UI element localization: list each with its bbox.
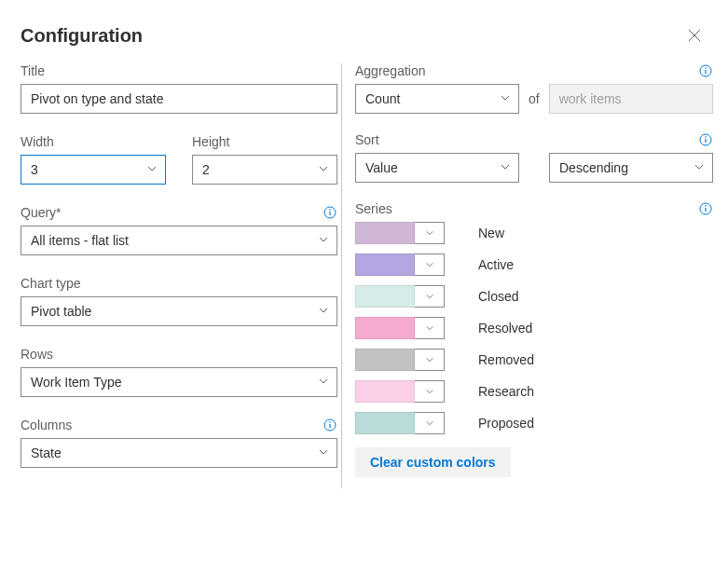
series-color-dropdown[interactable] xyxy=(415,222,445,244)
info-icon[interactable] xyxy=(698,201,713,216)
height-label: Height xyxy=(192,134,229,149)
chevron-down-icon xyxy=(318,162,329,177)
aggregation-dropdown[interactable]: Count xyxy=(355,84,519,114)
rows-label: Rows xyxy=(21,347,53,362)
series-color-swatch xyxy=(355,380,415,403)
chevron-down-icon xyxy=(318,445,329,460)
series-color-dropdown[interactable] xyxy=(415,412,445,434)
close-button[interactable] xyxy=(681,22,707,48)
chevron-down-icon xyxy=(500,160,511,175)
width-dropdown[interactable]: 3 xyxy=(21,155,166,185)
series-row: Research xyxy=(355,380,713,403)
chart-type-dropdown[interactable]: Pivot table xyxy=(21,296,337,326)
svg-point-6 xyxy=(329,421,331,423)
series-color-dropdown[interactable] xyxy=(415,254,445,276)
series-item-label: Resolved xyxy=(478,321,532,336)
svg-point-12 xyxy=(705,136,707,138)
series-item-label: Active xyxy=(478,257,514,272)
aggregation-of-label: of xyxy=(529,91,540,106)
series-item-label: Proposed xyxy=(478,416,534,431)
series-color-dropdown[interactable] xyxy=(415,317,445,339)
height-dropdown[interactable]: 2 xyxy=(192,155,337,185)
series-color-swatch xyxy=(355,254,415,276)
series-color-swatch xyxy=(355,349,415,371)
sort-label: Sort xyxy=(355,132,379,147)
dialog-header: Configuration xyxy=(0,0,728,63)
series-color-dropdown[interactable] xyxy=(415,349,445,371)
rows-value: Work Item Type xyxy=(31,375,122,390)
left-panel: Title Width 3 Height 2 xyxy=(21,63,337,488)
series-row: Resolved xyxy=(355,317,713,339)
right-panel: Aggregation Count of work items Sort xyxy=(341,63,713,488)
info-icon[interactable] xyxy=(323,418,337,432)
chart-type-label: Chart type xyxy=(21,276,81,291)
aggregation-label: Aggregation xyxy=(355,63,426,78)
width-value: 3 xyxy=(31,162,38,177)
aggregation-target-value: work items xyxy=(559,91,622,106)
query-label: Query* xyxy=(21,205,62,220)
series-color-swatch xyxy=(355,285,415,308)
chevron-down-icon xyxy=(425,292,434,301)
height-value: 2 xyxy=(202,162,210,177)
chevron-down-icon xyxy=(425,387,434,396)
series-row: Proposed xyxy=(355,412,713,434)
sort-by-dropdown[interactable]: Value xyxy=(355,153,519,183)
series-item-label: Research xyxy=(478,384,534,399)
chevron-down-icon xyxy=(425,418,434,428)
chevron-down-icon xyxy=(146,162,158,177)
sort-by-value: Value xyxy=(365,160,398,175)
series-row: New xyxy=(355,222,713,244)
columns-dropdown[interactable]: State xyxy=(21,438,337,468)
dialog-title: Configuration xyxy=(21,25,143,47)
series-row: Closed xyxy=(355,285,713,308)
series-color-dropdown[interactable] xyxy=(415,285,445,308)
rows-dropdown[interactable]: Work Item Type xyxy=(21,367,337,397)
info-icon[interactable] xyxy=(323,205,337,220)
series-row: Active xyxy=(355,254,713,276)
chevron-down-icon xyxy=(425,228,434,238)
svg-point-3 xyxy=(329,209,331,211)
series-row: Removed xyxy=(355,349,713,371)
series-item-label: Removed xyxy=(478,352,534,367)
aggregation-target-input: work items xyxy=(549,84,713,114)
chevron-down-icon xyxy=(500,91,511,106)
clear-custom-colors-label: Clear custom colors xyxy=(370,455,496,470)
svg-point-15 xyxy=(705,205,707,207)
chart-type-value: Pivot table xyxy=(31,304,91,319)
clear-custom-colors-button[interactable]: Clear custom colors xyxy=(355,447,511,477)
title-label: Title xyxy=(21,63,45,78)
series-color-dropdown[interactable] xyxy=(415,380,445,403)
width-label: Width xyxy=(21,134,54,149)
aggregation-value: Count xyxy=(365,91,400,106)
query-value: All items - flat list xyxy=(31,233,129,248)
chevron-down-icon xyxy=(318,304,329,319)
svg-point-9 xyxy=(705,67,707,69)
series-color-swatch xyxy=(355,412,415,434)
chevron-down-icon xyxy=(318,233,329,248)
series-item-label: Closed xyxy=(478,289,519,304)
columns-value: State xyxy=(31,445,62,460)
chevron-down-icon xyxy=(425,355,434,364)
series-color-swatch xyxy=(355,222,415,244)
sort-direction-dropdown[interactable]: Descending xyxy=(549,153,713,183)
info-icon[interactable] xyxy=(698,132,713,147)
series-color-swatch xyxy=(355,317,415,339)
series-item-label: New xyxy=(478,226,504,240)
sort-direction-value: Descending xyxy=(559,160,628,175)
title-input[interactable] xyxy=(21,84,337,114)
chevron-down-icon xyxy=(425,323,434,333)
series-label: Series xyxy=(355,201,392,216)
query-dropdown[interactable]: All items - flat list xyxy=(21,226,337,255)
chevron-down-icon xyxy=(425,260,434,269)
chevron-down-icon xyxy=(318,375,329,390)
info-icon[interactable] xyxy=(698,63,713,78)
columns-label: Columns xyxy=(21,418,72,432)
chevron-down-icon xyxy=(694,160,705,175)
close-icon xyxy=(687,28,702,43)
